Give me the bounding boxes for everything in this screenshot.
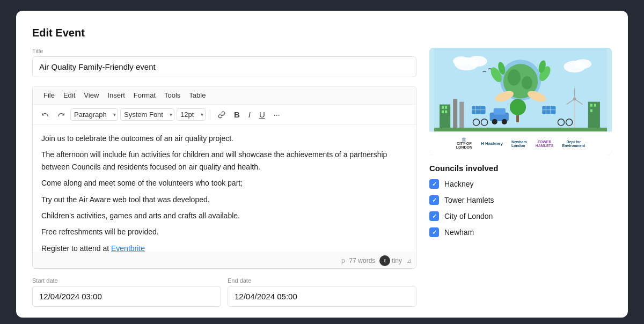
modal-title: Edit Event xyxy=(32,27,612,39)
svg-point-3 xyxy=(508,69,521,85)
end-date-label: End date xyxy=(228,277,416,284)
resize-handle[interactable]: ⊿ xyxy=(406,257,412,264)
tiny-logo: t tiny xyxy=(379,255,402,266)
menu-file[interactable]: File xyxy=(39,90,59,101)
content-para-7: Register to attend at Eventbrite xyxy=(41,242,407,253)
rich-text-editor: File Edit View Insert Format Tools Table xyxy=(32,86,416,269)
svg-rect-50 xyxy=(434,128,607,131)
menu-tools[interactable]: Tools xyxy=(160,90,185,101)
editor-content[interactable]: Join us to celebrate the outcomes of an … xyxy=(33,125,416,253)
city-of-london-checkbox[interactable] xyxy=(429,211,439,221)
newham-label: Newham xyxy=(444,228,474,237)
underline-button[interactable]: U xyxy=(256,108,268,121)
menu-insert[interactable]: Insert xyxy=(103,90,129,101)
end-date-group: End date xyxy=(228,277,416,307)
event-image: 🏛️CITY OFLONDON H Hackney NewhamLondon T… xyxy=(429,48,612,155)
content-para-5: Children's activities, games and arts an… xyxy=(41,210,407,222)
start-date-label: Start date xyxy=(32,277,221,284)
word-count: 77 words xyxy=(349,257,376,264)
more-button[interactable]: ··· xyxy=(270,108,283,121)
svg-point-4 xyxy=(522,76,532,89)
content-para-6: Free refreshments will be provided. xyxy=(41,226,407,238)
svg-point-13 xyxy=(453,56,469,66)
content-para-4: Try out the Air Aware web tool that was … xyxy=(41,194,407,205)
right-panel: 🏛️CITY OFLONDON H Hackney NewhamLondon T… xyxy=(429,48,612,307)
svg-rect-20 xyxy=(445,111,447,113)
menu-edit[interactable]: Edit xyxy=(59,90,79,101)
image-illustration xyxy=(429,48,612,131)
svg-point-15 xyxy=(574,59,591,69)
tower-hamlets-label: Tower Hamlets xyxy=(444,196,494,204)
menu-table[interactable]: Table xyxy=(185,90,210,101)
council-item-city-of-london: City of London xyxy=(429,211,612,221)
undo-button[interactable] xyxy=(38,109,52,121)
svg-rect-44 xyxy=(594,104,596,107)
logo-defra: Dept forEnvironment xyxy=(562,138,586,150)
font-select-wrap: System Font xyxy=(120,108,174,121)
svg-rect-28 xyxy=(494,108,506,115)
newham-checkbox[interactable] xyxy=(429,227,439,237)
menu-view[interactable]: View xyxy=(79,90,103,101)
link-button[interactable] xyxy=(215,109,229,121)
date-fields-row: Start date End date xyxy=(32,277,416,307)
bold-button[interactable]: B xyxy=(231,108,243,121)
size-select[interactable]: 12pt xyxy=(177,108,206,121)
svg-rect-45 xyxy=(590,109,592,112)
event-image-inner: 🏛️CITY OFLONDON H Hackney NewhamLondon T… xyxy=(429,48,612,155)
svg-rect-18 xyxy=(445,106,447,109)
size-select-wrap: 12pt xyxy=(177,108,206,121)
menu-format[interactable]: Format xyxy=(129,90,160,101)
content-para-3: Come along and meet some of the voluntee… xyxy=(41,177,407,189)
editor-menubar: File Edit View Insert Format Tools Table xyxy=(33,86,416,105)
paragraph-marker: p xyxy=(341,257,345,264)
svg-point-29 xyxy=(492,119,497,124)
logo-city-london: 🏛️CITY OFLONDON xyxy=(456,138,472,150)
left-panel: Title File Edit View Insert Format Tools… xyxy=(32,48,416,307)
council-item-newham: Newham xyxy=(429,227,612,237)
title-input[interactable] xyxy=(32,56,416,77)
title-label: Title xyxy=(32,48,416,54)
tiny-icon: t xyxy=(379,255,390,266)
svg-rect-17 xyxy=(442,106,444,109)
svg-rect-23 xyxy=(472,106,485,114)
italic-button[interactable]: I xyxy=(245,108,254,121)
hackney-label: Hackney xyxy=(444,180,473,188)
paragraph-select-wrap: Paragraph xyxy=(70,108,118,121)
tower-hamlets-checkbox[interactable] xyxy=(429,195,439,205)
council-item-tower-hamlets: Tower Hamlets xyxy=(429,195,612,205)
city-of-london-label: City of London xyxy=(444,212,493,220)
svg-rect-22 xyxy=(459,102,464,129)
edit-event-modal: Edit Event Title File Edit View Insert xyxy=(16,11,628,318)
modal-body: Title File Edit View Insert Format Tools… xyxy=(32,48,612,307)
logo-tower-hamlets: TOWERHAMLETS xyxy=(536,138,554,150)
logo-hackney: H Hackney xyxy=(481,138,503,150)
content-para-1: Join us to celebrate the outcomes of an … xyxy=(41,132,407,144)
title-field-group: Title xyxy=(32,48,416,77)
hackney-checkbox[interactable] xyxy=(429,179,439,189)
content-para-2: The afternoon will include fun activitie… xyxy=(41,149,407,173)
logo-bar: 🏛️CITY OFLONDON H Hackney NewhamLondon T… xyxy=(429,131,612,155)
start-date-input[interactable] xyxy=(32,286,221,307)
svg-rect-21 xyxy=(453,99,457,129)
councils-title: Councils involved xyxy=(429,164,612,173)
svg-point-32 xyxy=(510,99,526,115)
start-date-group: Start date xyxy=(32,277,221,307)
eventbrite-link[interactable]: Eventbrite xyxy=(111,244,145,253)
councils-section: Councils involved Hackney Tower Hamlets … xyxy=(429,164,612,237)
svg-rect-43 xyxy=(590,104,592,107)
svg-rect-33 xyxy=(542,106,555,114)
editor-toolbar: Paragraph System Font 12pt xyxy=(33,105,416,125)
redo-button[interactable] xyxy=(54,109,68,121)
svg-point-30 xyxy=(502,119,507,124)
editor-footer: p 77 words t tiny ⊿ xyxy=(33,253,416,268)
svg-rect-19 xyxy=(442,111,444,113)
end-date-input[interactable] xyxy=(228,286,416,307)
svg-point-12 xyxy=(467,56,487,67)
paragraph-select[interactable]: Paragraph xyxy=(70,108,118,121)
logo-newham: NewhamLondon xyxy=(511,138,527,150)
modal-overlay: Edit Event Title File Edit View Insert xyxy=(0,0,644,324)
tiny-text: tiny xyxy=(392,257,402,264)
toolbar-divider-1 xyxy=(210,109,210,120)
font-select[interactable]: System Font xyxy=(120,108,174,121)
council-item-hackney: Hackney xyxy=(429,179,612,189)
